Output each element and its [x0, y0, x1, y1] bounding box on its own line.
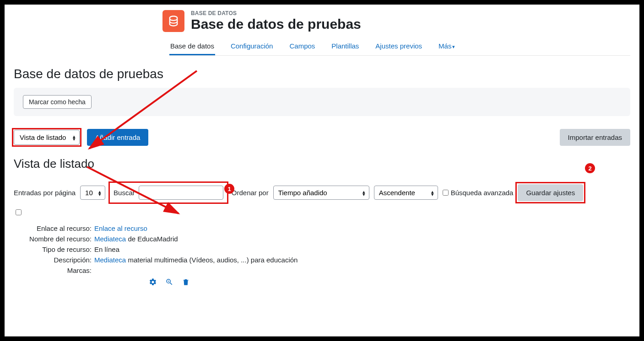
header-title: Base de datos de pruebas — [191, 16, 361, 32]
search-label: Buscar — [114, 189, 135, 197]
advanced-search-group: Búsqueda avanzada — [443, 189, 514, 197]
entry-name-link[interactable]: Mediateca — [94, 235, 126, 243]
entry-link-label: Enlace al recurso: — [14, 224, 92, 232]
entries-per-page-wrap: 10 ▴▾ — [80, 186, 105, 200]
sort-by-select[interactable]: Tiempo añadido — [273, 186, 369, 200]
toolbar: Vista de listado ▴▾ Añadir entrada Impor… — [14, 129, 630, 146]
order-wrap: Ascendente ▴▾ — [374, 186, 438, 200]
save-settings-wrap: Guardar ajustes 2 — [518, 184, 583, 201]
completion-banner: Marcar como hecha — [14, 88, 630, 116]
select-all-row — [16, 209, 630, 217]
tab-bar: Base de datos Configuración Campos Plant… — [169, 42, 630, 56]
entry-card: Enlace al recurso: Enlace al recurso Nom… — [14, 224, 630, 288]
entry-tags-label: Marcas: — [14, 266, 92, 274]
search-input[interactable] — [139, 186, 223, 200]
save-settings-button[interactable]: Guardar ajustes — [518, 184, 583, 201]
sort-by-label: Ordenar por — [232, 189, 269, 197]
tab-plantillas[interactable]: Plantillas — [330, 42, 360, 55]
zoom-in-icon[interactable] — [165, 278, 173, 288]
search-group: Buscar — [110, 183, 227, 202]
entry-desc-value: Mediateca material multimedia (Vídeos, a… — [94, 256, 298, 264]
chevron-down-icon: ▾ — [452, 44, 455, 49]
entries-per-page-label: Entradas por página — [14, 189, 76, 197]
database-icon — [162, 10, 184, 32]
view-select-wrap: Vista de listado ▴▾ — [14, 130, 80, 145]
sort-by-wrap: Tiempo añadido ▴▾ — [273, 186, 369, 200]
tab-configuracion[interactable]: Configuración — [230, 42, 274, 55]
app-frame: BASE DE DATOS Base de datos de pruebas B… — [5, 5, 639, 336]
entry-type-value: En línea — [94, 245, 119, 253]
entry-link-value[interactable]: Enlace al recurso — [94, 224, 147, 232]
page-title: Base de datos de pruebas — [14, 67, 630, 81]
module-header: BASE DE DATOS Base de datos de pruebas — [162, 10, 630, 32]
add-entry-button[interactable]: Añadir entrada — [87, 129, 148, 146]
order-select[interactable]: Ascendente — [374, 186, 438, 200]
entry-desc-label: Descripción: — [14, 256, 92, 264]
tab-base-de-datos[interactable]: Base de datos — [169, 42, 215, 55]
header-eyebrow: BASE DE DATOS — [191, 10, 361, 16]
entries-per-page-select[interactable]: 10 — [80, 186, 105, 200]
annotation-badge-1: 1 — [224, 184, 234, 194]
view-select[interactable]: Vista de listado — [14, 130, 80, 145]
entry-desc-link[interactable]: Mediateca — [94, 256, 126, 264]
tab-mas[interactable]: Más▾ — [438, 42, 456, 55]
tab-ajustes-previos[interactable]: Ajustes previos — [374, 42, 423, 55]
entry-name-label: Nombre del recurso: — [14, 235, 92, 243]
entry-type-label: Tipo de recurso: — [14, 245, 92, 253]
view-heading: Vista de listado — [14, 157, 630, 171]
advanced-search-checkbox[interactable] — [443, 190, 449, 196]
gear-icon[interactable] — [149, 278, 157, 288]
import-entries-button[interactable]: Importar entradas — [560, 129, 630, 146]
entry-name-value: Mediateca de EducaMadrid — [94, 235, 178, 243]
mark-done-button[interactable]: Marcar como hecha — [23, 95, 92, 109]
trash-icon[interactable] — [182, 278, 190, 288]
entry-action-icons — [149, 278, 630, 288]
advanced-search-label: Búsqueda avanzada — [451, 189, 514, 197]
annotation-badge-2: 2 — [585, 163, 595, 173]
tab-campos[interactable]: Campos — [288, 42, 316, 55]
header-titles: BASE DE DATOS Base de datos de pruebas — [191, 10, 361, 32]
select-all-checkbox[interactable] — [16, 209, 22, 215]
filter-row: Entradas por página 10 ▴▾ Buscar 1 Orden… — [14, 183, 630, 202]
